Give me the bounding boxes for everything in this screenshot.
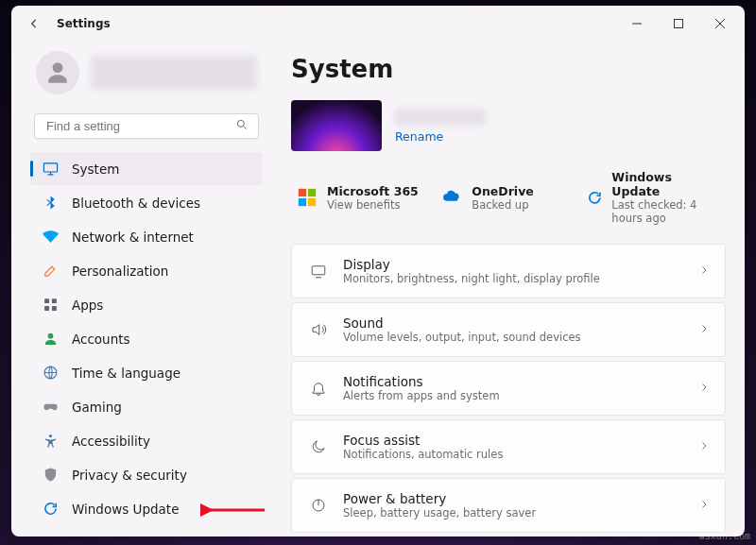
- svg-rect-10: [299, 189, 306, 196]
- card-title: Notifications: [343, 374, 683, 389]
- search-input[interactable]: [44, 118, 235, 134]
- sidebar-item-label: Accounts: [72, 332, 130, 347]
- settings-window: Settings: [11, 6, 745, 536]
- svg-rect-5: [44, 306, 49, 311]
- page-title: System: [291, 55, 726, 83]
- search-icon: [235, 118, 249, 134]
- device-name-placeholder: [395, 109, 486, 126]
- gamepad-icon: [42, 399, 59, 416]
- sidebar-item-time-language[interactable]: Time & language: [30, 356, 263, 389]
- svg-rect-3: [44, 298, 49, 303]
- svg-point-1: [237, 120, 244, 127]
- bell-icon: [309, 379, 328, 398]
- tile-sub: Last checked: 4 hours ago: [611, 198, 720, 225]
- svg-rect-13: [308, 198, 316, 206]
- chevron-right-icon: [698, 440, 710, 454]
- sidebar-item-label: Personalization: [72, 264, 168, 279]
- card-sub: Sleep, battery usage, battery saver: [343, 506, 683, 519]
- accessibility-icon: [42, 433, 59, 450]
- app-title: Settings: [57, 17, 111, 30]
- svg-point-7: [47, 333, 53, 339]
- status-tiles: Microsoft 365 View benefits OneDrive Bac…: [291, 164, 726, 230]
- sidebar-item-label: Accessibility: [72, 434, 150, 449]
- card-sub: Monitors, brightness, night light, displ…: [343, 272, 683, 285]
- rename-link[interactable]: Rename: [395, 129, 486, 144]
- card-notifications[interactable]: Notifications Alerts from apps and syste…: [291, 361, 726, 416]
- annotation-arrow: [200, 501, 266, 519]
- tile-windows-update[interactable]: Windows Update Last checked: 4 hours ago: [581, 164, 726, 230]
- wifi-icon: [42, 229, 59, 246]
- minimize-button[interactable]: [616, 9, 658, 39]
- sound-icon: [309, 320, 328, 339]
- moon-icon: [309, 437, 328, 456]
- card-power-battery[interactable]: Power & battery Sleep, battery usage, ba…: [291, 478, 726, 533]
- windows-update-status-icon: [587, 187, 603, 208]
- main-content: System Rename Microsoft 365 View benefit…: [274, 42, 745, 536]
- card-title: Display: [343, 257, 683, 272]
- maximize-button[interactable]: [658, 9, 699, 39]
- account-block[interactable]: [30, 42, 263, 110]
- search-box[interactable]: [34, 113, 259, 139]
- svg-rect-14: [312, 266, 325, 275]
- bluetooth-icon: [42, 195, 59, 212]
- close-button[interactable]: [699, 9, 741, 39]
- sidebar-item-accessibility[interactable]: Accessibility: [30, 424, 263, 457]
- card-sound[interactable]: Sound Volume levels, output, input, soun…: [291, 302, 726, 357]
- sidebar-item-privacy[interactable]: Privacy & security: [30, 458, 263, 491]
- card-sub: Volume levels, output, input, sound devi…: [343, 331, 683, 344]
- sidebar-item-label: Gaming: [72, 400, 122, 415]
- chevron-right-icon: [698, 382, 710, 396]
- card-sub: Notifications, automatic rules: [343, 448, 683, 461]
- sidebar-item-label: Time & language: [72, 366, 180, 381]
- sidebar: System Bluetooth & devices Network & int…: [11, 42, 274, 536]
- sidebar-item-system[interactable]: System: [30, 152, 263, 185]
- back-button[interactable]: [23, 12, 45, 35]
- device-info: Rename: [395, 109, 486, 144]
- tile-title: Windows Update: [611, 170, 720, 198]
- account-name-placeholder: [91, 56, 257, 90]
- tile-sub: Backed up: [472, 198, 533, 212]
- chevron-right-icon: [698, 323, 710, 337]
- svg-rect-2: [43, 163, 57, 172]
- device-row: Rename: [291, 100, 726, 151]
- tile-title: OneDrive: [472, 184, 533, 198]
- windows-update-icon: [42, 501, 59, 518]
- card-title: Focus assist: [343, 433, 683, 448]
- window-controls: [616, 9, 741, 39]
- sidebar-item-personalization[interactable]: Personalization: [30, 254, 263, 287]
- chevron-right-icon: [698, 499, 710, 513]
- tile-onedrive[interactable]: OneDrive Backed up: [436, 164, 580, 230]
- chevron-right-icon: [698, 264, 710, 279]
- card-display[interactable]: Display Monitors, brightness, night ligh…: [291, 244, 726, 298]
- system-icon: [42, 161, 59, 178]
- sidebar-item-label: Apps: [72, 298, 103, 313]
- accounts-icon: [42, 331, 59, 348]
- microsoft-365-icon: [297, 187, 318, 208]
- settings-cards: Display Monitors, brightness, night ligh…: [291, 244, 726, 533]
- titlebar: Settings: [11, 6, 745, 42]
- tile-sub: View benefits: [327, 198, 419, 212]
- sidebar-item-apps[interactable]: Apps: [30, 288, 263, 321]
- card-focus-assist[interactable]: Focus assist Notifications, automatic ru…: [291, 419, 726, 474]
- avatar: [36, 51, 79, 94]
- sidebar-item-accounts[interactable]: Accounts: [30, 322, 263, 355]
- sidebar-item-label: Network & internet: [72, 230, 194, 245]
- sidebar-item-network[interactable]: Network & internet: [30, 220, 263, 253]
- svg-rect-12: [299, 198, 306, 206]
- onedrive-icon: [441, 187, 462, 208]
- device-wallpaper-thumb[interactable]: [291, 100, 382, 151]
- sidebar-item-bluetooth[interactable]: Bluetooth & devices: [30, 186, 263, 219]
- svg-rect-0: [675, 20, 683, 28]
- sidebar-item-gaming[interactable]: Gaming: [30, 390, 263, 423]
- svg-rect-4: [51, 298, 56, 303]
- display-icon: [309, 262, 328, 281]
- brush-icon: [42, 263, 59, 280]
- power-icon: [309, 496, 328, 515]
- svg-rect-6: [51, 306, 56, 311]
- shield-icon: [42, 467, 59, 484]
- sidebar-item-label: Bluetooth & devices: [72, 196, 200, 211]
- card-sub: Alerts from apps and system: [343, 389, 683, 402]
- tile-microsoft-365[interactable]: Microsoft 365 View benefits: [291, 164, 436, 230]
- svg-point-9: [48, 434, 51, 437]
- card-title: Sound: [343, 315, 683, 331]
